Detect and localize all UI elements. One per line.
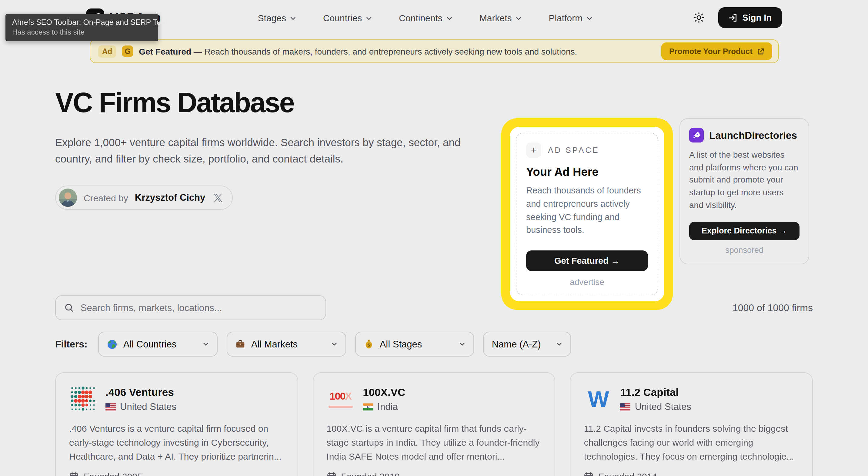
page-description: Explore 1,000+ venture capital firms wor… bbox=[55, 135, 473, 168]
firm-country: India bbox=[363, 401, 405, 412]
ad-space-card: + AD SPACE Your Ad Here Reach thousands … bbox=[510, 127, 664, 301]
sponsor-title: LaunchDirectories bbox=[709, 129, 797, 141]
chevron-down-icon bbox=[366, 15, 372, 22]
us-flag-icon bbox=[620, 403, 631, 410]
ad-badge: Ad bbox=[98, 45, 116, 57]
filters-label: Filters: bbox=[55, 339, 88, 350]
sponsor-text: A list of the best websites and platform… bbox=[689, 149, 800, 211]
created-by-label: Created by bbox=[84, 193, 128, 203]
globe-icon bbox=[107, 339, 118, 350]
nav-platform[interactable]: Platform bbox=[549, 12, 593, 23]
page: VCDAm Stages Countries Continents Market… bbox=[0, 0, 868, 476]
chevron-down-icon bbox=[203, 341, 210, 348]
search-input[interactable] bbox=[81, 302, 317, 313]
plus-icon: + bbox=[526, 143, 541, 158]
hero-ad-group: + AD SPACE Your Ad Here Reach thousands … bbox=[501, 118, 809, 310]
creator-name[interactable]: Krzysztof Cichy bbox=[135, 192, 206, 203]
nav-markets[interactable]: Markets bbox=[479, 12, 522, 23]
advertise-link[interactable]: advertise bbox=[526, 277, 648, 287]
ad-space-kicker: AD SPACE bbox=[548, 146, 599, 155]
chevron-down-icon bbox=[556, 341, 563, 348]
calendar-icon bbox=[584, 472, 594, 476]
sign-in-button[interactable]: Sign In bbox=[718, 7, 782, 28]
sun-icon bbox=[692, 11, 705, 24]
chevron-down-icon bbox=[290, 15, 297, 22]
briefcase-icon bbox=[236, 339, 246, 349]
chevron-down-icon bbox=[446, 15, 453, 22]
firms-grid: .406 Ventures United States .406 Venture… bbox=[55, 372, 813, 476]
sponsored-label: sponsored bbox=[689, 245, 800, 255]
firm-logo-100x: 100X bbox=[327, 385, 354, 413]
promote-your-product-button[interactable]: Promote Your Product bbox=[661, 42, 772, 60]
nav-stages[interactable]: Stages bbox=[258, 12, 297, 23]
sponsor-card: LaunchDirectories A list of the best web… bbox=[680, 118, 809, 264]
theme-toggle-button[interactable] bbox=[690, 9, 707, 26]
hero-section: VC Firms Database Explore 1,000+ venture… bbox=[55, 63, 813, 295]
filters-row: Filters: All Countries All Markets $ All… bbox=[55, 332, 813, 357]
firm-logo-dot-matrix bbox=[69, 385, 97, 413]
nav-countries[interactable]: Countries bbox=[323, 12, 372, 23]
chevron-down-icon bbox=[331, 341, 338, 348]
page-title: VC Firms Database bbox=[55, 86, 813, 119]
login-icon bbox=[728, 13, 737, 22]
chevron-down-icon bbox=[515, 15, 522, 22]
firm-founded: Founded 2005 bbox=[69, 471, 284, 476]
created-by-chip: Created by Krzysztof Cichy bbox=[55, 186, 232, 210]
firm-card-11-2-capital[interactable]: W 11.2 Capital United States 11.2 Capita… bbox=[570, 372, 813, 476]
firm-description: 100X.VC is a venture capital firm that f… bbox=[327, 421, 541, 463]
ad-space-title: Your Ad Here bbox=[526, 166, 648, 179]
firm-name: 11.2 Capital bbox=[620, 386, 691, 399]
calendar-icon bbox=[327, 472, 336, 476]
firm-country: United States bbox=[620, 401, 691, 412]
us-flag-icon bbox=[105, 403, 116, 410]
sort-dropdown[interactable]: Name (A-Z) bbox=[484, 332, 571, 357]
calendar-icon bbox=[69, 472, 79, 476]
g-badge: G bbox=[122, 46, 133, 57]
svg-text:$: $ bbox=[368, 343, 371, 348]
main-nav: Stages Countries Continents Markets Plat… bbox=[258, 12, 593, 23]
money-bag-icon: $ bbox=[364, 339, 374, 349]
search-icon bbox=[64, 303, 74, 313]
browser-extension-tooltip: Ahrefs SEO Toolbar: On-Page and SERP Too… bbox=[5, 14, 158, 41]
x-twitter-icon[interactable] bbox=[213, 194, 222, 203]
countries-filter-dropdown[interactable]: All Countries bbox=[98, 332, 218, 357]
firm-card-100x-vc[interactable]: 100X 100X.VC India 100X.VC is a venture … bbox=[312, 372, 555, 476]
firm-description: 11.2 Capital invests in founders solving… bbox=[584, 421, 799, 463]
promo-banner: Ad G Get Featured — Reach thousands of m… bbox=[89, 39, 779, 63]
creator-avatar bbox=[59, 189, 77, 207]
external-link-icon bbox=[757, 48, 764, 55]
stages-filter-dropdown[interactable]: $ All Stages bbox=[355, 332, 474, 357]
ad-space-text: Reach thousands of founders and entrepre… bbox=[526, 184, 648, 237]
firm-card-406-ventures[interactable]: .406 Ventures United States .406 Venture… bbox=[55, 372, 298, 476]
firm-name: 100X.VC bbox=[363, 386, 405, 399]
chevron-down-icon bbox=[586, 15, 593, 22]
banner-text: Get Featured — Reach thousands of makers… bbox=[139, 47, 577, 56]
get-featured-button[interactable]: Get Featured → bbox=[526, 250, 648, 271]
ad-space-highlight-ring: + AD SPACE Your Ad Here Reach thousands … bbox=[501, 118, 673, 310]
firm-founded: Founded 2019 bbox=[327, 471, 541, 476]
firm-name: .406 Ventures bbox=[105, 386, 176, 399]
rocket-icon bbox=[689, 128, 704, 143]
search-box[interactable] bbox=[55, 295, 326, 320]
nav-continents[interactable]: Continents bbox=[399, 12, 453, 23]
firm-logo-w: W bbox=[584, 385, 612, 413]
firm-country: United States bbox=[105, 401, 176, 412]
india-flag-icon bbox=[363, 403, 373, 410]
main-content: VC Firms Database Explore 1,000+ venture… bbox=[55, 63, 813, 476]
firm-description: .406 Ventures is a venture capital firm … bbox=[69, 421, 284, 463]
chevron-down-icon bbox=[459, 341, 466, 348]
markets-filter-dropdown[interactable]: All Markets bbox=[227, 332, 346, 357]
firm-founded: Founded 2014 bbox=[584, 471, 799, 476]
explore-directories-button[interactable]: Explore Directories → bbox=[689, 221, 800, 240]
